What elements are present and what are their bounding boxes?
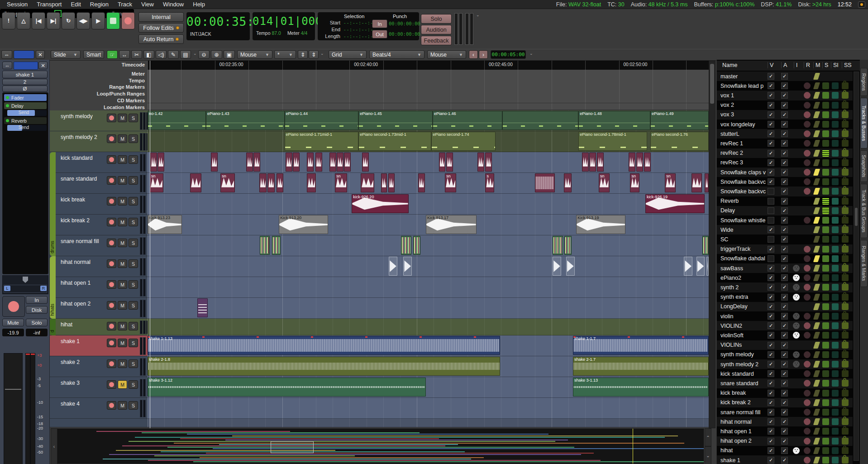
region[interactable]	[702, 236, 709, 255]
error-log-button[interactable]	[858, 1, 865, 8]
metronome-button[interactable]: △	[17, 12, 30, 29]
track-rec-button[interactable]	[107, 197, 116, 206]
solo-isolate-icon[interactable]	[832, 265, 839, 272]
menu-edit[interactable]: Edit	[67, 0, 85, 8]
solo-icon[interactable]	[822, 409, 829, 416]
visible-checkbox[interactable]: ✓	[768, 121, 774, 128]
active-checkbox[interactable]: ✓	[781, 303, 788, 310]
rec-icon[interactable]	[804, 274, 811, 281]
region[interactable]	[502, 111, 579, 130]
track-solo-button[interactable]: S	[129, 218, 138, 226]
region[interactable]	[684, 257, 692, 276]
track-list-row-revRec-2[interactable]: revRec 2✓✓	[717, 148, 853, 158]
visible-checkbox[interactable]: ✓	[768, 274, 774, 281]
midi-input-icon[interactable]	[793, 361, 800, 368]
solo-icon[interactable]	[822, 313, 829, 320]
track-solo-button[interactable]: S	[129, 401, 138, 410]
track-content-hihat-normal[interactable]	[148, 256, 709, 277]
track-content-shake-4[interactable]	[148, 398, 709, 419]
track-solo-button[interactable]: S	[129, 114, 138, 122]
region[interactable]	[582, 153, 589, 172]
zoom-fit-button[interactable]: ▣	[224, 50, 235, 59]
solo-icon[interactable]	[822, 265, 829, 272]
active-checkbox[interactable]: ✓	[781, 159, 788, 166]
track-solo-button[interactable]: S	[129, 259, 138, 268]
track-rec-button[interactable]	[107, 339, 116, 347]
solo-icon[interactable]	[822, 82, 829, 89]
smart-mode-button[interactable]: Smart	[83, 50, 104, 59]
active-checkbox[interactable]: ✓	[781, 130, 788, 137]
region[interactable]	[361, 173, 374, 192]
region-ePiano-1.49[interactable]: ePiano-1.49	[650, 111, 709, 130]
visible-checkbox[interactable]: ✓	[768, 217, 774, 224]
mute-icon[interactable]	[813, 236, 820, 243]
midi-input-icon[interactable]	[793, 284, 800, 291]
solo-icon[interactable]	[822, 457, 829, 464]
region-ePiano-1.44[interactable]: ePiano-1.44	[285, 111, 359, 130]
ruler-label-timecode[interactable]: Timecode	[122, 62, 145, 67]
rec-icon[interactable]	[804, 178, 811, 185]
rec-icon[interactable]	[804, 111, 811, 118]
ruler-label-loop-punch-ranges[interactable]: Loop/Punch Ranges	[97, 91, 145, 96]
region-s[interactable]: s	[485, 173, 494, 192]
rec-icon[interactable]	[804, 457, 811, 464]
region-sn[interactable]: sn	[220, 173, 235, 192]
active-checkbox[interactable]: ✓	[781, 380, 788, 387]
visible-checkbox[interactable]: ✓	[768, 111, 774, 118]
visible-checkbox[interactable]: ✓	[768, 284, 774, 291]
visible-checkbox[interactable]: ✓	[768, 140, 774, 147]
visible-checkbox[interactable]: ✓	[768, 438, 774, 445]
solo-icon[interactable]	[822, 351, 829, 358]
midi-input-icon[interactable]	[793, 351, 800, 358]
active-checkbox[interactable]: ✓	[781, 169, 788, 176]
active-checkbox[interactable]: ✓	[781, 265, 788, 272]
rec-icon[interactable]	[804, 265, 811, 272]
region[interactable]	[211, 153, 218, 172]
track-list-row-kick-standard[interactable]: kick standard✓✓	[717, 369, 853, 378]
solo-safe-icon[interactable]	[842, 140, 849, 147]
solo-isolate-icon[interactable]	[832, 102, 839, 109]
track-list-row-shake-1[interactable]: shake 1✓✓	[717, 455, 853, 464]
mute-icon[interactable]	[813, 159, 820, 166]
gain-fader[interactable]	[4, 353, 23, 464]
visible-checkbox[interactable]: ✓	[768, 428, 774, 435]
rec-icon[interactable]	[804, 82, 811, 89]
mute-icon[interactable]	[813, 265, 820, 272]
solo-icon[interactable]	[822, 342, 829, 349]
nudge-clock[interactable]: 00:00:05:00	[491, 50, 526, 59]
track-name-label[interactable]: hihat open 1	[61, 280, 91, 286]
ruler-label-tempo[interactable]: Tempo	[129, 78, 145, 83]
ruler-row[interactable]	[148, 90, 709, 97]
track-rec-button[interactable]	[107, 280, 116, 289]
nudge-forward-button[interactable]: ›	[479, 50, 488, 59]
mute-icon[interactable]	[813, 198, 820, 205]
menu-session[interactable]: Session	[3, 0, 32, 8]
visible-checkbox[interactable]: ✓	[768, 188, 774, 195]
region-shake-3-1.13[interactable]: shake 3-1.13	[573, 378, 709, 397]
active-checkbox[interactable]: ✓	[781, 111, 788, 118]
mute-icon[interactable]	[813, 82, 820, 89]
active-checkbox[interactable]: ✓	[781, 399, 788, 406]
rec-icon[interactable]	[804, 428, 811, 435]
tool-more-chevron[interactable]: ⌄	[193, 51, 197, 56]
track-name-label[interactable]: kick break 2	[61, 217, 90, 224]
column-header-s[interactable]: S	[822, 62, 828, 68]
solo-icon[interactable]	[822, 274, 829, 281]
column-header-m[interactable]: M	[813, 62, 820, 68]
active-checkbox[interactable]: ✓	[781, 351, 788, 358]
region[interactable]	[389, 257, 397, 276]
strip-track-name[interactable]: shake 1	[2, 71, 48, 78]
active-checkbox[interactable]: ✓	[781, 409, 788, 416]
track-mute-button[interactable]: M	[118, 380, 127, 389]
grid-units-dropdown[interactable]: Beats/4▼	[369, 50, 424, 59]
rec-icon[interactable]	[804, 313, 811, 320]
track-list-row-vox-longdelay[interactable]: vox longdelay✓✓	[717, 120, 853, 129]
solo-safe-icon[interactable]	[842, 303, 849, 310]
solo-isolate-icon[interactable]	[832, 342, 839, 349]
solo-safe-icon[interactable]	[842, 226, 849, 233]
solo-safe-icon[interactable]	[842, 399, 849, 406]
region[interactable]	[535, 173, 555, 192]
solo-isolate-icon[interactable]	[832, 409, 839, 416]
track-list-row-VIOLIN2[interactable]: VIOLIN2✓✓	[717, 321, 853, 330]
column-header-name[interactable]: Name	[720, 62, 737, 68]
